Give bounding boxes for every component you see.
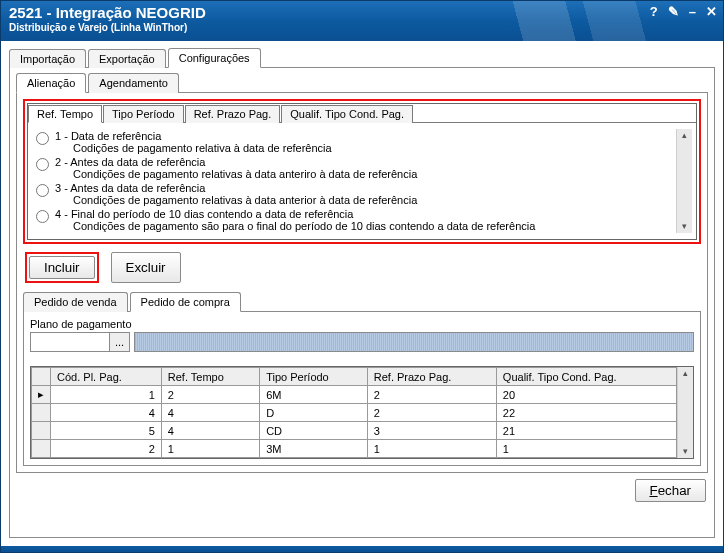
option-desc-1: Codições de pagamento relativa à data de… — [55, 142, 332, 154]
option-desc-3: Condições de pagamento relativas à data … — [55, 194, 417, 206]
cell-cod[interactable]: 4 — [51, 404, 162, 422]
cell-qualif[interactable]: 20 — [496, 386, 677, 404]
payment-plan-grid[interactable]: Cód. Pl. Pag. Ref. Tempo Tipo Período Re… — [31, 367, 677, 458]
edit-icon[interactable]: ✎ — [668, 4, 679, 19]
plano-pagamento-progress — [134, 332, 694, 352]
option-row-2[interactable]: 2 - Antes da data de referência Condiçõe… — [34, 155, 676, 181]
opt-tab-ref-prazo[interactable]: Ref. Prazo Pag. — [185, 105, 281, 123]
grid-scrollbar[interactable]: ▴ ▾ — [677, 367, 693, 458]
grid-wrap: Cód. Pl. Pag. Ref. Tempo Tipo Período Re… — [30, 366, 694, 459]
cell-ref[interactable]: 4 — [161, 404, 259, 422]
window-controls: ? ✎ – ✕ — [650, 4, 717, 19]
plano-pagamento-label: Plano de pagamento — [30, 318, 694, 330]
lower-tabs: Pedido de venda Pedido de compra — [23, 291, 701, 311]
cell-ref[interactable]: 1 — [161, 440, 259, 458]
plano-pagamento-picker-button[interactable]: ... — [110, 332, 130, 352]
cell-prazo[interactable]: 1 — [367, 440, 496, 458]
grid-h-prazo[interactable]: Ref. Prazo Pag. — [367, 368, 496, 386]
table-row[interactable]: 5 4 CD 3 21 — [32, 422, 677, 440]
bottom-bar — [1, 546, 723, 552]
cell-qualif[interactable]: 21 — [496, 422, 677, 440]
option-title-2: 2 - Antes da data de referência — [55, 156, 205, 168]
option-title-4: 4 - Final do período de 10 dias contendo… — [55, 208, 353, 220]
cell-prazo[interactable]: 2 — [367, 404, 496, 422]
option-desc-4: Condições de pagamento são para o final … — [55, 220, 535, 232]
scroll-down-icon[interactable]: ▾ — [683, 447, 688, 456]
footer-buttons: Fechar — [16, 473, 708, 504]
table-row[interactable]: 4 4 D 2 22 — [32, 404, 677, 422]
grid-h-qualif[interactable]: Qualif. Tipo Cond. Pag. — [496, 368, 677, 386]
option-radio-2[interactable] — [36, 158, 49, 171]
opt-tab-tipo-periodo[interactable]: Tipo Período — [103, 105, 184, 123]
help-icon[interactable]: ? — [650, 4, 658, 19]
plano-pagamento-input[interactable] — [30, 332, 110, 352]
app-window: 2521 - Integração NEOGRID Distribuição e… — [0, 0, 724, 553]
pedido-compra-panel: Plano de pagamento ... Có — [23, 311, 701, 466]
option-desc-2: Condições de pagamento relativas à data … — [55, 168, 417, 180]
opt-tab-ref-tempo[interactable]: Ref. Tempo — [28, 105, 102, 123]
tab-pedido-venda[interactable]: Pedido de venda — [23, 292, 128, 312]
alienacao-panel: Ref. Tempo Tipo Período Ref. Prazo Pag. … — [16, 92, 708, 473]
ref-options-box: Ref. Tempo Tipo Período Ref. Prazo Pag. … — [27, 103, 697, 240]
cell-qualif[interactable]: 22 — [496, 404, 677, 422]
table-row[interactable]: 2 1 3M 1 1 — [32, 440, 677, 458]
scroll-up-icon[interactable]: ▴ — [682, 131, 687, 140]
titlebar: 2521 - Integração NEOGRID Distribuição e… — [1, 1, 723, 41]
option-list: 1 - Data de referência Codições de pagam… — [34, 129, 676, 233]
window-subtitle: Distribuição e Varejo (Linha WinThor) — [9, 22, 715, 33]
cell-tipo[interactable]: 6M — [260, 386, 368, 404]
option-title-3: 3 - Antes da data de referência — [55, 182, 205, 194]
cell-tipo[interactable]: D — [260, 404, 368, 422]
scroll-up-icon[interactable]: ▴ — [683, 369, 688, 378]
config-panel: Alienação Agendamento Ref. Tempo Tipo Pe… — [9, 67, 715, 538]
include-exclude-row: Incluir Excluir — [23, 244, 701, 285]
option-row-1[interactable]: 1 - Data de referência Codições de pagam… — [34, 129, 676, 155]
option-row-4[interactable]: 4 - Final do período de 10 dias contendo… — [34, 207, 676, 233]
opt-tab-qualif[interactable]: Qualif. Tipo Cond. Pag. — [281, 105, 413, 123]
client-area: Importação Exportação Configurações Alie… — [1, 41, 723, 546]
tab-configuracoes[interactable]: Configurações — [168, 48, 261, 68]
tab-pedido-compra[interactable]: Pedido de compra — [130, 292, 241, 312]
option-row-3[interactable]: 3 - Antes da data de referência Condiçõe… — [34, 181, 676, 207]
cell-prazo[interactable]: 2 — [367, 386, 496, 404]
cell-qualif[interactable]: 1 — [496, 440, 677, 458]
row-marker-icon: ▸ — [32, 386, 51, 404]
close-icon[interactable]: ✕ — [706, 4, 717, 19]
cell-cod[interactable]: 1 — [51, 386, 162, 404]
main-tabs: Importação Exportação Configurações — [9, 47, 715, 67]
cell-prazo[interactable]: 3 — [367, 422, 496, 440]
option-radio-1[interactable] — [36, 132, 49, 145]
grid-h-tipo[interactable]: Tipo Período — [260, 368, 368, 386]
option-body: 1 - Data de referência Codições de pagam… — [28, 123, 696, 239]
grid-h-cod[interactable]: Cód. Pl. Pag. — [51, 368, 162, 386]
subtab-alienacao[interactable]: Alienação — [16, 73, 86, 93]
ref-options-highlight: Ref. Tempo Tipo Período Ref. Prazo Pag. … — [23, 99, 701, 244]
excluir-button[interactable]: Excluir — [111, 252, 181, 283]
scroll-down-icon[interactable]: ▾ — [682, 222, 687, 231]
cell-tipo[interactable]: CD — [260, 422, 368, 440]
option-title-1: 1 - Data de referência — [55, 130, 161, 142]
config-subtabs: Alienação Agendamento — [16, 72, 708, 92]
cell-ref[interactable]: 4 — [161, 422, 259, 440]
grid-rowhead-header — [32, 368, 51, 386]
tab-exportacao[interactable]: Exportação — [88, 49, 166, 68]
table-row[interactable]: ▸ 1 2 6M 2 20 — [32, 386, 677, 404]
options-scrollbar[interactable]: ▴ ▾ — [676, 129, 692, 233]
cell-tipo[interactable]: 3M — [260, 440, 368, 458]
subtab-agendamento[interactable]: Agendamento — [88, 73, 179, 93]
cell-cod[interactable]: 5 — [51, 422, 162, 440]
cell-ref[interactable]: 2 — [161, 386, 259, 404]
tab-importacao[interactable]: Importação — [9, 49, 86, 68]
option-radio-3[interactable] — [36, 184, 49, 197]
fechar-button[interactable]: Fechar — [635, 479, 707, 502]
grid-h-ref[interactable]: Ref. Tempo — [161, 368, 259, 386]
incluir-button[interactable]: Incluir — [29, 256, 95, 279]
plano-pagamento-row: Plano de pagamento ... — [30, 318, 694, 352]
option-radio-4[interactable] — [36, 210, 49, 223]
option-tabs: Ref. Tempo Tipo Período Ref. Prazo Pag. … — [28, 104, 696, 123]
window-title: 2521 - Integração NEOGRID — [9, 4, 715, 21]
cell-cod[interactable]: 2 — [51, 440, 162, 458]
minimize-icon[interactable]: – — [689, 4, 696, 19]
